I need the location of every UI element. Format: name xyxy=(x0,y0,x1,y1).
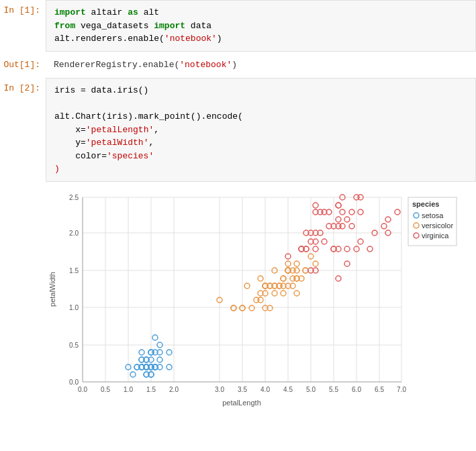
svg-point-118 xyxy=(281,276,286,281)
svg-text:3.0: 3.0 xyxy=(215,386,224,393)
svg-point-87 xyxy=(166,350,172,355)
svg-point-126 xyxy=(313,261,318,266)
svg-point-145 xyxy=(349,223,354,229)
svg-point-160 xyxy=(385,217,391,222)
svg-text:0.0: 0.0 xyxy=(78,386,87,393)
svg-point-175 xyxy=(336,217,341,222)
svg-point-177 xyxy=(336,276,341,281)
output-1: Out[1]: RendererRegistry.enable('noteboo… xyxy=(0,54,476,76)
code-line-5 xyxy=(54,97,467,111)
svg-point-183 xyxy=(336,203,341,208)
svg-text:1.0: 1.0 xyxy=(69,304,79,311)
setosa-points xyxy=(126,335,172,377)
svg-point-138 xyxy=(272,291,277,296)
svg-point-191 xyxy=(313,246,318,252)
code-line-1: import altair as alt xyxy=(54,6,467,19)
svg-text:0.5: 0.5 xyxy=(101,386,110,393)
svg-point-172 xyxy=(344,261,350,266)
svg-point-136 xyxy=(231,305,236,311)
svg-text:5.5: 5.5 xyxy=(329,386,338,393)
cell-1-label: In [1]: xyxy=(0,0,46,52)
svg-text:4.5: 4.5 xyxy=(283,386,293,393)
svg-text:2.0: 2.0 xyxy=(169,386,179,393)
svg-text:2.0: 2.0 xyxy=(69,230,79,237)
svg-text:6.0: 6.0 xyxy=(352,386,361,393)
code-line-3: alt.renderers.enable('notebook') xyxy=(54,32,467,46)
cell-1: In [1]: import altair as alt from vega_d… xyxy=(0,0,476,52)
svg-point-107 xyxy=(244,283,250,289)
svg-text:1.5: 1.5 xyxy=(146,386,156,393)
svg-text:3.5: 3.5 xyxy=(238,386,247,393)
svg-point-163 xyxy=(340,209,345,215)
output-1-content: RendererRegistry.enable('notebook') xyxy=(46,54,476,76)
svg-point-86 xyxy=(152,335,158,340)
svg-text:5.0: 5.0 xyxy=(306,386,316,393)
svg-point-61 xyxy=(157,357,162,362)
svg-text:0.0: 0.0 xyxy=(69,379,79,386)
svg-point-59 xyxy=(139,350,144,355)
cell-2-content[interactable]: iris = data.iris() alt.Chart(iris).mark_… xyxy=(46,78,476,182)
code-line-2: from vega_datasets import data xyxy=(54,19,467,33)
code-line-4: iris = data.iris() xyxy=(54,84,467,97)
cell-2: In [2]: iris = data.iris() alt.Chart(iri… xyxy=(0,78,476,182)
svg-point-67 xyxy=(166,364,172,370)
svg-point-161 xyxy=(395,209,400,215)
chart-area: 0.0 0.5 1.0 1.5 2.0 2.5 0.0 0.5 1.0 1.5 … xyxy=(46,187,476,415)
svg-point-99 xyxy=(294,261,299,266)
versicolor-points xyxy=(217,246,318,311)
svg-point-154 xyxy=(322,239,327,244)
svg-point-157 xyxy=(313,203,318,208)
svg-point-148 xyxy=(381,223,387,229)
svg-point-178 xyxy=(358,209,363,215)
svg-text:0.5: 0.5 xyxy=(69,342,79,349)
svg-text:7.0: 7.0 xyxy=(397,386,406,393)
output-1-label: Out[1]: xyxy=(0,54,46,76)
legend-title: species xyxy=(412,200,439,208)
svg-point-56 xyxy=(130,372,136,377)
svg-text:1.5: 1.5 xyxy=(69,267,79,274)
svg-text:2.5: 2.5 xyxy=(69,194,79,201)
svg-point-102 xyxy=(258,276,263,281)
svg-point-173 xyxy=(358,239,363,244)
code-line-10: ) xyxy=(54,162,467,176)
code-line-6: alt.Chart(iris).mark_point().encode( xyxy=(54,110,467,123)
x-axis-label: petalLength xyxy=(222,399,261,407)
svg-point-124 xyxy=(249,305,254,311)
svg-point-185 xyxy=(349,209,354,215)
legend-setosa-label: setosa xyxy=(422,211,444,219)
virginica-points xyxy=(285,195,400,281)
scatter-chart: 0.0 0.5 1.0 1.5 2.0 2.5 0.0 0.5 1.0 1.5 … xyxy=(46,187,462,415)
svg-point-147 xyxy=(344,217,350,222)
code-line-9: color='species' xyxy=(54,150,467,163)
svg-point-116 xyxy=(294,291,299,296)
legend-virginica-label: virginica xyxy=(422,232,449,240)
svg-text:1.0: 1.0 xyxy=(124,386,133,393)
cell-2-label: In [2]: xyxy=(0,78,46,182)
svg-text:6.5: 6.5 xyxy=(375,386,384,393)
svg-point-123 xyxy=(254,297,259,303)
code-line-7: x='petalLength', xyxy=(54,123,467,137)
notebook: In [1]: import altair as alt from vega_d… xyxy=(0,0,476,415)
code-line-8: y='petalWidth', xyxy=(54,136,467,150)
svg-point-151 xyxy=(344,246,350,252)
svg-text:4.0: 4.0 xyxy=(260,386,270,393)
cell-1-content[interactable]: import altair as alt from vega_datasets … xyxy=(46,0,476,52)
svg-point-150 xyxy=(367,246,373,252)
y-axis-label: petalWidth xyxy=(48,272,56,307)
svg-point-133 xyxy=(281,291,286,296)
legend-versicolor-label: versicolor xyxy=(422,221,453,230)
svg-point-134 xyxy=(290,276,295,281)
